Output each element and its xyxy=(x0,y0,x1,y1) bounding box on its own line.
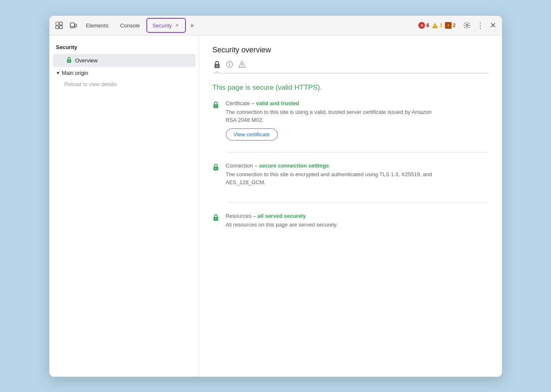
content-area: Security overview xyxy=(199,36,502,377)
device-icon xyxy=(69,22,77,29)
sidebar-title: Security xyxy=(49,42,199,54)
svg-point-16 xyxy=(229,62,230,63)
content-lock-icon xyxy=(213,60,221,69)
view-certificate-button[interactable]: View certificate xyxy=(226,128,278,141)
sidebar-reload-item: Reload to view details xyxy=(49,79,199,90)
secure-message: This page is secure (valid HTTPS). xyxy=(212,84,489,92)
main-layout: Security Overview ▼ Main origin Reload t… xyxy=(49,36,502,377)
sidebar-reload-label: Reload to view details xyxy=(64,81,117,87)
tab-security-label: Security xyxy=(152,22,172,29)
tab-security[interactable]: Security ✕ xyxy=(146,18,186,33)
devtools-window: Elements Console Security ✕ » ✕ 6 ! 1 xyxy=(49,15,502,377)
svg-text:!: ! xyxy=(435,24,436,28)
warning-icon: ! xyxy=(432,22,438,29)
info-icon: ! xyxy=(445,22,452,29)
sidebar-item-overview[interactable]: Overview xyxy=(53,54,195,67)
info-circle-icon xyxy=(226,61,233,68)
lock-tab-button[interactable] xyxy=(212,59,222,69)
close-security-tab[interactable]: ✕ xyxy=(174,22,180,28)
close-devtools-button[interactable]: ✕ xyxy=(487,19,499,32)
svg-point-9 xyxy=(466,25,468,27)
tab-console[interactable]: Console xyxy=(115,18,145,33)
more-tabs-icon: » xyxy=(190,22,194,29)
svg-point-19 xyxy=(242,66,242,67)
svg-point-21 xyxy=(215,106,216,107)
connection-title: Connection – secure connection settings xyxy=(226,163,442,169)
more-tabs-button[interactable]: » xyxy=(188,20,196,31)
resources-desc: All resources on this page are served se… xyxy=(226,221,338,229)
sidebar: Security Overview ▼ Main origin Reload t… xyxy=(49,36,199,377)
gear-icon xyxy=(463,22,471,29)
more-options-button[interactable]: ⋮ xyxy=(474,19,487,32)
connection-desc: The connection to this site is encrypted… xyxy=(226,170,442,187)
device-toolbar-button[interactable] xyxy=(67,20,79,31)
svg-point-25 xyxy=(215,218,216,219)
settings-button[interactable] xyxy=(461,20,473,31)
svg-rect-3 xyxy=(59,26,62,29)
info-badge[interactable]: ! 2 xyxy=(445,22,456,29)
svg-rect-0 xyxy=(56,22,59,25)
divider-connection xyxy=(227,202,489,203)
warning-badge[interactable]: ! 1 xyxy=(432,22,442,29)
tab-elements-label: Elements xyxy=(86,22,109,29)
tab-console-label: Console xyxy=(120,22,140,29)
resources-title: Resources – all served securely xyxy=(226,213,338,219)
tab-elements[interactable]: Elements xyxy=(81,18,114,33)
toolbar: Elements Console Security ✕ » ✕ 6 ! 1 xyxy=(49,16,502,36)
lock-tab-indicator xyxy=(212,59,222,69)
svg-point-11 xyxy=(68,60,69,61)
triangle-warning-icon xyxy=(238,61,246,68)
error-count: 6 xyxy=(426,22,429,28)
connection-content: Connection – secure connection settings … xyxy=(226,163,442,191)
page-title: Security overview xyxy=(212,46,489,54)
svg-rect-5 xyxy=(75,24,77,27)
resources-lock-icon xyxy=(212,214,219,223)
connection-lock-icon xyxy=(212,163,219,173)
security-item-certificate: Certificate – valid and trusted The conn… xyxy=(212,100,489,141)
certificate-content: Certificate – valid and trusted The conn… xyxy=(226,100,442,141)
chevron-icon: ▼ xyxy=(56,71,60,75)
svg-rect-4 xyxy=(70,23,74,28)
certificate-title: Certificate – valid and trusted xyxy=(226,100,442,106)
svg-point-13 xyxy=(216,65,217,67)
inspector-icon xyxy=(55,22,63,29)
certificate-desc: The connection to this site is using a v… xyxy=(226,108,442,124)
inspector-icon-button[interactable] xyxy=(53,20,65,31)
connection-title-static: Connection – xyxy=(226,163,259,169)
sidebar-main-origin-label: Main origin xyxy=(62,70,88,76)
error-badge[interactable]: ✕ 6 xyxy=(418,22,429,29)
sidebar-overview-label: Overview xyxy=(75,57,98,64)
resources-title-highlight: all served securely xyxy=(257,213,306,219)
info-tab-button[interactable] xyxy=(225,60,234,69)
sidebar-main-origin[interactable]: ▼ Main origin xyxy=(49,67,199,79)
toolbar-badges: ✕ 6 ! 1 ! 2 xyxy=(418,22,455,29)
svg-rect-1 xyxy=(59,22,62,25)
resources-title-static: Resources – xyxy=(226,213,258,219)
error-icon: ✕ xyxy=(418,22,425,29)
divider-certificate xyxy=(227,152,489,153)
security-item-connection: Connection – secure connection settings … xyxy=(212,163,489,191)
toolbar-right-icons: ⋮ ✕ xyxy=(461,19,499,32)
warning-tab-button[interactable] xyxy=(237,60,247,69)
svg-point-23 xyxy=(215,168,216,169)
svg-rect-2 xyxy=(56,26,59,29)
certificate-title-highlight: valid and trusted xyxy=(256,100,299,106)
security-item-resources: Resources – all served securely All reso… xyxy=(212,213,489,233)
connection-title-highlight: secure connection settings xyxy=(259,163,329,169)
lock-icon xyxy=(66,57,72,64)
certificate-lock-icon xyxy=(212,101,219,111)
warning-count: 1 xyxy=(440,22,442,28)
certificate-title-static: Certificate – xyxy=(226,100,256,106)
tab-icons-row xyxy=(212,59,489,74)
info-count: 2 xyxy=(453,22,456,28)
resources-content: Resources – all served securely All reso… xyxy=(226,213,338,233)
